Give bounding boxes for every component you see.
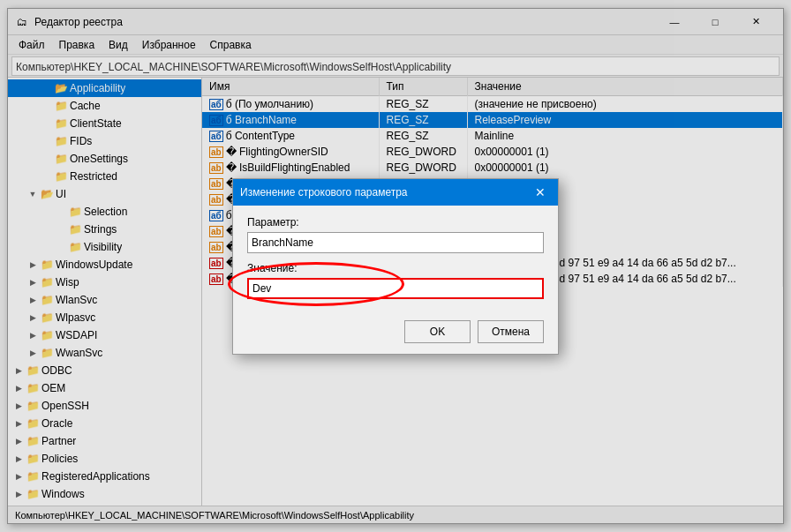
modal-buttons: OK Отмена <box>233 315 558 354</box>
string-param-dialog: Изменение строкового параметра ✕ Парамет… <box>232 178 559 355</box>
ok-button[interactable]: OK <box>404 320 471 343</box>
value-label: Значение: <box>247 262 544 274</box>
modal-body: Параметр: Значение: <box>233 206 558 315</box>
cancel-button[interactable]: Отмена <box>478 320 544 343</box>
param-label: Параметр: <box>247 216 544 229</box>
modal-title: Изменение строкового параметра <box>240 186 530 199</box>
param-input[interactable] <box>247 232 544 253</box>
modal-close-button[interactable]: ✕ <box>530 182 551 203</box>
value-input[interactable] <box>247 278 544 299</box>
modal-overlay: Изменение строкового параметра ✕ Парамет… <box>0 0 791 532</box>
modal-titlebar: Изменение строкового параметра ✕ <box>233 179 558 206</box>
